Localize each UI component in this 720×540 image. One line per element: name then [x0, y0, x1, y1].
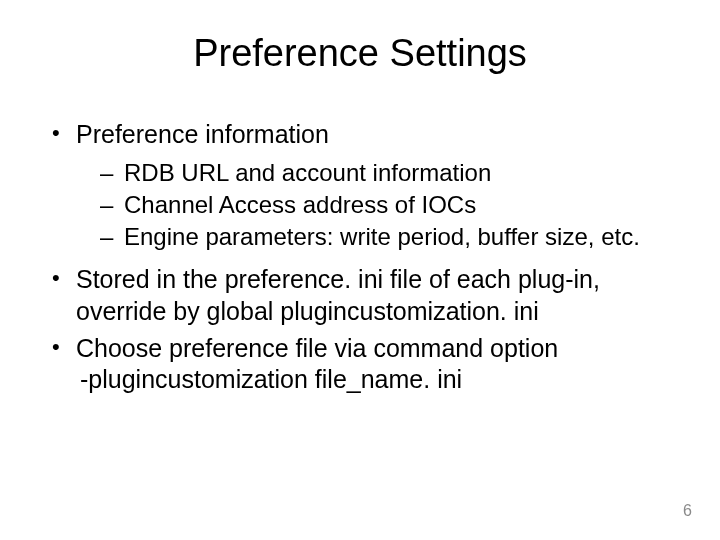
bullet-item: Stored in the preference. ini file of ea… — [48, 264, 672, 327]
page-number: 6 — [683, 502, 692, 520]
sub-bullet-item: RDB URL and account information — [100, 158, 672, 188]
bullet-text: Choose preference file via command optio… — [76, 334, 558, 362]
slide-body: Preference information RDB URL and accou… — [48, 119, 672, 395]
sub-bullet-item: Channel Access address of IOCs — [100, 190, 672, 220]
bullet-list-level1: Preference information RDB URL and accou… — [48, 119, 672, 395]
bullet-text: Stored in the preference. ini file of ea… — [76, 265, 600, 324]
sub-bullet-item: Engine parameters: write period, buffer … — [100, 222, 672, 252]
bullet-item: Choose preference file via command optio… — [48, 333, 672, 396]
bullet-text: Preference information — [76, 120, 329, 148]
bullet-list-level2: RDB URL and account information Channel … — [76, 158, 672, 252]
slide-title: Preference Settings — [48, 32, 672, 75]
bullet-continuation: -plugincustomization file_name. ini — [76, 364, 672, 395]
bullet-item: Preference information RDB URL and accou… — [48, 119, 672, 252]
